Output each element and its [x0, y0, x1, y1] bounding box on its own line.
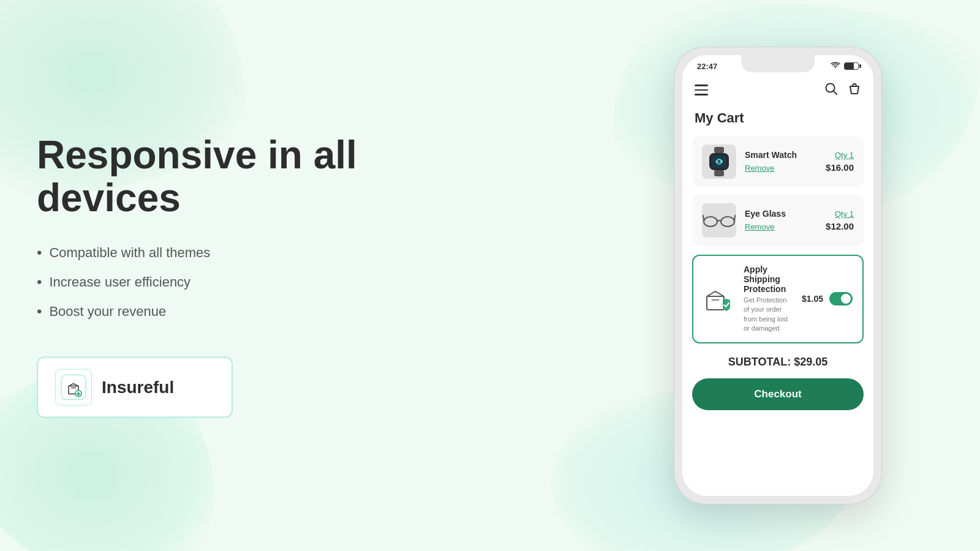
svg-rect-4: [714, 147, 724, 153]
bullet-item-3: Boost your revenue: [37, 302, 466, 320]
cart-title: My Cart: [682, 105, 873, 136]
app-header: [682, 75, 873, 105]
eyeglass-image: [702, 203, 736, 238]
subtotal: SUBTOTAL: $29.05: [682, 343, 873, 378]
svg-point-10: [704, 217, 717, 227]
wifi-icon: [831, 61, 840, 71]
header-icons: [824, 82, 861, 98]
subtotal-amount: $29.05: [794, 356, 827, 368]
shipping-title: Apply Shipping Protection: [744, 264, 793, 294]
bullet-item-1: Compatible with all themes: [37, 244, 466, 261]
logo-card: Insureful: [37, 356, 233, 418]
smartwatch-qty[interactable]: Qty 1: [835, 151, 854, 160]
smartwatch-name: Smart Watch: [745, 150, 817, 160]
svg-rect-12: [707, 296, 724, 310]
hamburger-icon[interactable]: [695, 84, 708, 96]
svg-text:10:09: 10:09: [715, 160, 723, 163]
eyeglass-name: Eye Glass: [745, 209, 817, 219]
eyeglass-pricing: Qty 1 $12.00: [826, 209, 854, 231]
search-icon[interactable]: [824, 82, 838, 98]
phone-screen: 22:47: [682, 55, 873, 496]
shipping-icon: [703, 283, 735, 315]
bullet-list: Compatible with all themes Increase user…: [37, 244, 466, 320]
smartwatch-price: $16.00: [826, 162, 854, 173]
smartwatch-pricing: Qty 1 $16.00: [826, 151, 854, 173]
shipping-toggle[interactable]: [829, 292, 853, 305]
phone-container: 22:47: [674, 47, 882, 504]
logo-text: Insureful: [102, 377, 174, 397]
insureful-icon: [60, 373, 87, 400]
shipping-right: $1.05: [802, 292, 853, 305]
shipping-details: Apply Shipping Protection Get Protection…: [744, 264, 793, 334]
svg-rect-0: [61, 375, 86, 399]
eyeglass-remove[interactable]: Remove: [745, 222, 774, 231]
bullet-item-2: Increase user efficiency: [37, 273, 466, 290]
phone-notch: [741, 55, 815, 72]
bag-icon[interactable]: [848, 82, 861, 98]
status-time: 22:47: [697, 62, 717, 71]
logo-icon-box: [55, 369, 92, 405]
phone-mockup: 22:47: [674, 47, 882, 504]
left-content: Responsive in all devices Compatible wit…: [37, 133, 466, 418]
smartwatch-remove[interactable]: Remove: [745, 163, 774, 173]
shipping-protection: Apply Shipping Protection Get Protection…: [692, 255, 864, 343]
smartwatch-image: 10:09: [702, 144, 736, 179]
cart-item-eyeglass: Eye Glass Remove Qty 1 $12.00: [692, 195, 864, 246]
main-heading: Responsive in all devices: [37, 133, 466, 220]
shipping-description: Get Protection of your order from being …: [744, 296, 793, 334]
status-icons: [831, 61, 859, 71]
shipping-price: $1.05: [802, 294, 823, 304]
smartwatch-details: Smart Watch Remove: [745, 150, 817, 173]
cart-items: 10:09 Smart Watch Remove Qty 1 $16.00: [682, 136, 873, 246]
svg-point-11: [721, 217, 734, 227]
eyeglass-details: Eye Glass Remove: [745, 209, 817, 232]
eyeglass-price: $12.00: [826, 221, 854, 231]
subtotal-label: SUBTOTAL:: [728, 356, 791, 368]
svg-rect-7: [714, 170, 724, 176]
cart-item-smartwatch: 10:09 Smart Watch Remove Qty 1 $16.00: [692, 136, 864, 187]
eyeglass-qty[interactable]: Qty 1: [835, 209, 854, 219]
battery-icon: [844, 62, 859, 70]
checkout-button[interactable]: Checkout: [692, 378, 864, 410]
status-bar: 22:47: [682, 55, 873, 75]
